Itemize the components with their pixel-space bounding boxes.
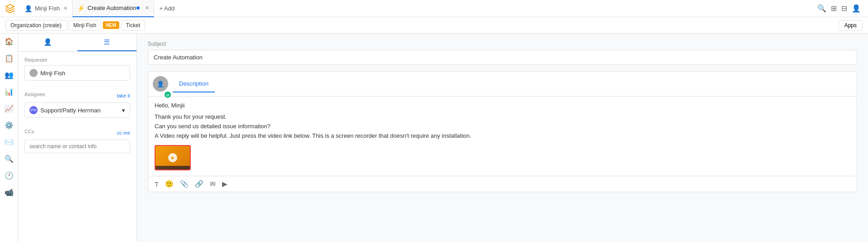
requester-section: Requester Minji Fish: [18, 52, 136, 86]
tab-label: Minji Fish: [35, 5, 60, 12]
requester-avatar: [29, 69, 38, 77]
automation-icon: ⚡: [77, 5, 85, 12]
toolbar-email-icon[interactable]: ✉: [210, 180, 216, 188]
body-line-2: Can you send us detailed issue informati…: [155, 123, 271, 130]
app-logo: [4, 2, 16, 15]
apps-button[interactable]: Apps: [839, 20, 863, 31]
nav-mail-icon[interactable]: ✉️: [5, 138, 14, 146]
editor-greeting: Hello, Minjii: [155, 102, 850, 109]
assignee-value: Support/Patty Herrman: [40, 107, 101, 114]
toolbar-attach-icon[interactable]: 📎: [180, 180, 189, 188]
assignee-left: PH Support/Patty Herrman: [29, 106, 101, 114]
breadcrumb-ticket[interactable]: Ticket: [121, 20, 145, 31]
nav-inbox-icon[interactable]: 📋: [5, 54, 14, 63]
editor-tab-label: Description: [179, 80, 209, 87]
requester-value: Minji Fish: [40, 70, 65, 77]
body-line-1: Thank you for your request.: [155, 113, 227, 120]
left-nav: 🏠 📋 👥 📊 📈 ⚙️ ✉️ 🔍 🕐 📹: [0, 34, 18, 242]
user-avatar-icon[interactable]: 👤: [852, 4, 861, 13]
nav-video-icon[interactable]: 📹: [5, 188, 14, 197]
grid-icon[interactable]: ⊞: [831, 4, 837, 13]
panel-tab-person[interactable]: 👤: [18, 34, 78, 51]
video-thumbnail[interactable]: ▶: [155, 145, 191, 170]
take-it-link[interactable]: take it: [117, 93, 130, 98]
main-content: Subject Create Automation 👤 @ Descriptio…: [137, 34, 868, 242]
nav-analytics-icon[interactable]: 📈: [5, 104, 14, 113]
nav-home-icon[interactable]: 🏠: [5, 37, 14, 46]
nav-clock-icon[interactable]: 🕐: [5, 171, 14, 180]
editor-container: 👤 @ Description Hello, Minjii Thank you …: [148, 71, 857, 192]
tab-close-automation[interactable]: ✕: [145, 5, 149, 11]
video-play-icon: ▶: [168, 153, 177, 162]
tab-label: Create Automation: [87, 5, 136, 11]
toolbar-emoji-icon[interactable]: 🙂: [165, 180, 174, 188]
requester-label: Requester: [24, 57, 130, 63]
assignee-section: Assignee take it PH Support/Patty Herrma…: [18, 86, 136, 123]
tab-unsaved-dot: [136, 6, 140, 10]
panel-left: 👤 ☰ Requester Minji Fish Assignee take i…: [18, 34, 137, 242]
panel-tabs: 👤 ☰: [18, 34, 136, 52]
tab-close-minji-fish[interactable]: ✕: [63, 5, 68, 11]
mention-badge: @: [165, 92, 171, 98]
ccs-input[interactable]: [24, 140, 130, 153]
nav-settings-icon[interactable]: ⚙️: [5, 121, 14, 130]
main-layout: 🏠 📋 👥 📊 📈 ⚙️ ✉️ 🔍 🕐 📹 👤 ☰ Requester Minj…: [0, 34, 868, 242]
ccs-row: CCs cc me: [24, 129, 130, 137]
assignee-row: Assignee take it: [24, 92, 130, 100]
top-bar: 👤 Minji Fish ✕ ⚡ Create Automation ✕ + A…: [0, 0, 868, 17]
editor-avatar: 👤: [153, 76, 168, 92]
editor-avatar-wrapper: 👤 @: [148, 72, 173, 96]
search-icon[interactable]: 🔍: [817, 4, 826, 13]
apps-grid-icon[interactable]: ⊟: [841, 4, 847, 13]
editor-body[interactable]: Hello, Minjii Thank you for your request…: [148, 97, 857, 176]
person-icon: 👤: [24, 5, 32, 12]
editor-tab-description[interactable]: Description: [173, 76, 215, 92]
assignee-select[interactable]: PH Support/Patty Herrman ▾: [24, 102, 130, 118]
nav-contacts-icon[interactable]: 👥: [5, 71, 14, 79]
toolbar-text-icon[interactable]: T: [155, 180, 159, 188]
add-tab-button[interactable]: + Add: [154, 0, 180, 17]
panel-tab-details[interactable]: ☰: [78, 34, 137, 51]
breadcrumb-bar: Organization (create) Minji Fish NEW Tic…: [0, 17, 868, 34]
toolbar-link-icon[interactable]: 🔗: [195, 180, 204, 188]
breadcrumb-org-create[interactable]: Organization (create): [5, 20, 67, 31]
top-bar-right: 🔍 ⊞ ⊟ 👤: [817, 4, 864, 13]
chevron-down-icon: ▾: [122, 107, 125, 114]
editor-tabs: Description: [173, 76, 215, 92]
breadcrumb-new-badge: NEW: [103, 21, 119, 29]
breadcrumb-right: Apps: [839, 20, 863, 31]
tab-minji-fish[interactable]: 👤 Minji Fish ✕: [20, 0, 73, 17]
body-line-3: A Video reply will be helpful. Just pres…: [155, 132, 471, 139]
assignee-avatar: PH: [29, 106, 38, 114]
requester-field[interactable]: Minji Fish: [24, 65, 130, 81]
breadcrumb-minji-fish[interactable]: Minji Fish: [68, 20, 102, 31]
add-tab-label: + Add: [160, 5, 175, 12]
editor-body-text: Thank you for your request. Can you send…: [155, 112, 850, 140]
tab-create-automation[interactable]: ⚡ Create Automation ✕: [73, 0, 154, 17]
nav-search-icon[interactable]: 🔍: [5, 155, 14, 163]
editor-toolbar: T 🙂 📎 🔗 ✉ ▶: [148, 176, 857, 192]
assignee-initials: PH: [31, 108, 37, 112]
details-tab-icon: ☰: [104, 38, 110, 46]
person-tab-icon: 👤: [44, 38, 52, 46]
cc-me-link[interactable]: cc me: [117, 130, 130, 136]
video-progress-bar: [155, 166, 190, 169]
toolbar-video-icon[interactable]: ▶: [222, 180, 228, 188]
ccs-section: CCs cc me: [18, 123, 136, 159]
subject-value: Create Automation: [148, 50, 857, 65]
ccs-label: CCs: [24, 129, 34, 134]
nav-reports-icon[interactable]: 📊: [5, 87, 14, 96]
assignee-label: Assignee: [24, 92, 45, 97]
editor-header: 👤 @ Description: [148, 72, 857, 97]
subject-label: Subject: [148, 41, 857, 47]
